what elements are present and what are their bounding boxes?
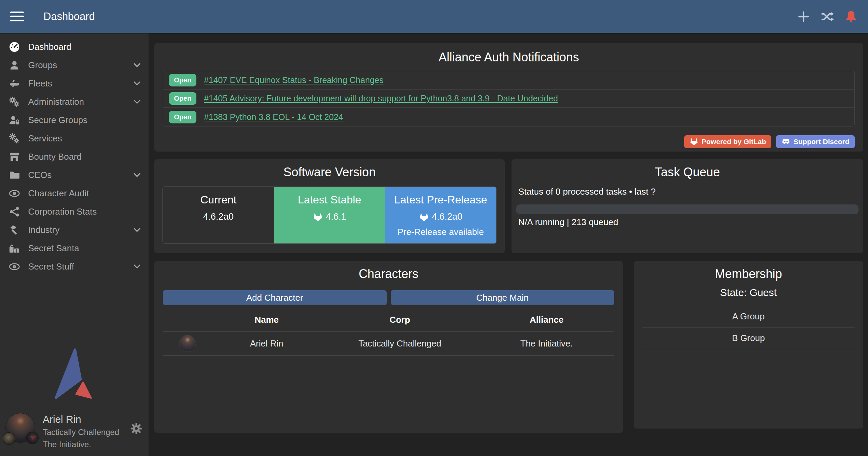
sidebar-item-label: Corporation Stats	[28, 206, 97, 217]
notification-item: Open #1405 Advisory: Future development …	[163, 90, 854, 108]
name-column-header: Name	[212, 309, 321, 332]
sidebar-item-label: Bounty Board	[28, 152, 82, 162]
version-value: 4.6.1	[326, 212, 346, 222]
sidebar-item-fleets[interactable]: Fleets	[0, 74, 149, 93]
notifications-panel: Alliance Auth Notifications Open #1407 E…	[154, 43, 863, 152]
status-badge: Open	[169, 92, 196, 105]
version-card-header: Latest Stable	[274, 194, 385, 206]
sidebar-item-label: Fleets	[28, 78, 52, 89]
sidebar-item-services[interactable]: Services	[0, 129, 149, 147]
footer-badges: Powered by GitLab Support Discord	[163, 135, 855, 148]
gitlab-badge-label: Powered by GitLab	[701, 138, 766, 146]
task-queue-status: Status of 0 processed tasks • last ?	[516, 186, 859, 197]
task-queue-title: Task Queue	[516, 165, 859, 180]
user-avatar[interactable]	[5, 413, 35, 443]
change-main-button[interactable]: Change Main	[391, 290, 615, 305]
bell-icon[interactable]	[844, 10, 858, 23]
task-queue-summary: N/A running | 213 queued	[516, 217, 859, 227]
sidebar-item-label: Administration	[28, 97, 84, 107]
character-name-cell: Ariel Rin	[212, 332, 321, 356]
notification-item: Open #1383 Python 3.8 EOL - 14 Oct 2024	[163, 108, 854, 126]
hamburger-menu-icon[interactable]	[10, 9, 24, 24]
sidebar-item-label: Services	[28, 133, 62, 144]
user-name: Ariel Rin	[43, 414, 119, 425]
alliance-column-header: Alliance	[479, 309, 614, 332]
gitlab-tanuki-icon	[690, 137, 698, 146]
notifications-list: Open #1407 EVE Equinox Status - Breaking…	[163, 71, 855, 126]
version-card-header: Latest Pre-Release	[385, 194, 496, 206]
sidebar-item-ceos[interactable]: CEOs	[0, 166, 149, 184]
shuttle-icon	[9, 78, 20, 89]
membership-groups-list: A Group B Group	[642, 306, 855, 349]
membership-panel: Membership State: Guest A Group B Group	[634, 261, 863, 429]
notifications-title: Alliance Auth Notifications	[163, 50, 855, 65]
share-icon	[9, 206, 20, 217]
sidebar-item-label: Secret Stuff	[28, 261, 74, 272]
discord-icon	[782, 137, 790, 146]
sidebar-item-character-audit[interactable]: Character Audit	[0, 184, 149, 202]
user-alliance: The Initiative.	[43, 439, 119, 450]
list-item: B Group	[642, 328, 855, 349]
eye-icon	[9, 188, 20, 199]
membership-state: State: Guest	[642, 287, 855, 298]
sidebar-item-label: Groups	[28, 60, 57, 71]
corp-column-header: Corp	[321, 309, 479, 332]
sidebar-item-dashboard[interactable]: Dashboard	[0, 38, 149, 56]
chevron-down-icon	[132, 60, 142, 70]
portrait-column-header	[163, 309, 212, 332]
sidebar-menu: Dashboard Groups Fleets Administration S…	[0, 33, 149, 276]
sidebar-item-administration[interactable]: Administration	[0, 93, 149, 111]
hammer-icon	[9, 224, 20, 236]
discord-badge[interactable]: Support Discord	[776, 135, 855, 148]
user-panel: Ariel Rin Tactically Challenged The Init…	[0, 408, 149, 456]
settings-gear-icon[interactable]	[130, 422, 142, 435]
gauge-icon	[9, 41, 20, 53]
sidebar-item-label: Secret Santa	[28, 243, 79, 254]
sidebar-item-label: CEOs	[28, 170, 52, 180]
character-alliance-cell: The Initiative.	[479, 332, 614, 356]
version-card-latest-pre-release: Latest Pre-Release 4.6.2a0 Pre-Release a…	[385, 187, 496, 243]
user-icon	[9, 60, 20, 71]
sidebar-item-bounty-board[interactable]: Bounty Board	[0, 147, 149, 166]
store-icon	[9, 151, 20, 162]
sidebar-item-secret-santa[interactable]: Secret Santa	[0, 239, 149, 257]
version-cards: Current 4.6.2a0 Latest Stable 4.6.1 Late…	[162, 186, 497, 244]
sidebar-item-groups[interactable]: Groups	[0, 56, 149, 74]
sidebar-item-secure-groups[interactable]: Secure Groups	[0, 111, 149, 129]
sidebar-item-industry[interactable]: Industry	[0, 221, 149, 239]
chevron-down-icon	[132, 170, 142, 180]
sidebar-item-label: Secure Groups	[28, 115, 88, 125]
task-queue-progress-bar	[516, 204, 859, 214]
status-badge: Open	[169, 111, 196, 123]
software-version-panel: Software Version Current 4.6.2a0 Latest …	[154, 159, 505, 253]
plus-icon[interactable]	[797, 10, 810, 23]
notification-link[interactable]: #1405 Advisory: Future development will …	[204, 94, 558, 103]
characters-table: Name Corp Alliance Ariel Rin Tactically …	[163, 309, 614, 356]
software-version-title: Software Version	[162, 165, 497, 180]
gitlab-badge[interactable]: Powered by GitLab	[684, 135, 771, 148]
gears-icon	[9, 96, 20, 107]
gears-icon	[9, 133, 20, 144]
notification-item: Open #1407 EVE Equinox Status - Breaking…	[163, 71, 854, 90]
add-character-button[interactable]: Add Character	[163, 290, 387, 305]
navbar-title: Dashboard	[43, 11, 95, 23]
version-card-header: Current	[163, 194, 274, 206]
notification-link[interactable]: #1407 EVE Equinox Status - Breaking Chan…	[204, 75, 384, 85]
character-corp-cell: Tactically Challenged	[321, 332, 479, 356]
sidebar-item-label: Industry	[28, 225, 60, 235]
characters-title: Characters	[163, 266, 614, 281]
list-item: A Group	[642, 306, 855, 328]
characters-panel: Characters Add Character Change Main Nam…	[154, 261, 623, 433]
version-card-latest-stable: Latest Stable 4.6.1	[274, 187, 385, 243]
shuffle-icon[interactable]	[821, 10, 834, 23]
sidebar: Dashboard Groups Fleets Administration S…	[0, 33, 149, 456]
task-queue-panel: Task Queue Status of 0 processed tasks •…	[512, 159, 863, 253]
navbar-actions	[797, 10, 858, 23]
sidebar-item-secret-stuff[interactable]: Secret Stuff	[0, 257, 149, 276]
table-row: Ariel Rin Tactically Challenged The Init…	[163, 332, 614, 356]
alliance-logo-badge	[26, 432, 39, 444]
chevron-down-icon	[132, 225, 142, 235]
main-content: Alliance Auth Notifications Open #1407 E…	[149, 33, 868, 456]
notification-link[interactable]: #1383 Python 3.8 EOL - 14 Oct 2024	[204, 112, 343, 122]
sidebar-item-corporation-stats[interactable]: Corporation Stats	[0, 202, 149, 221]
